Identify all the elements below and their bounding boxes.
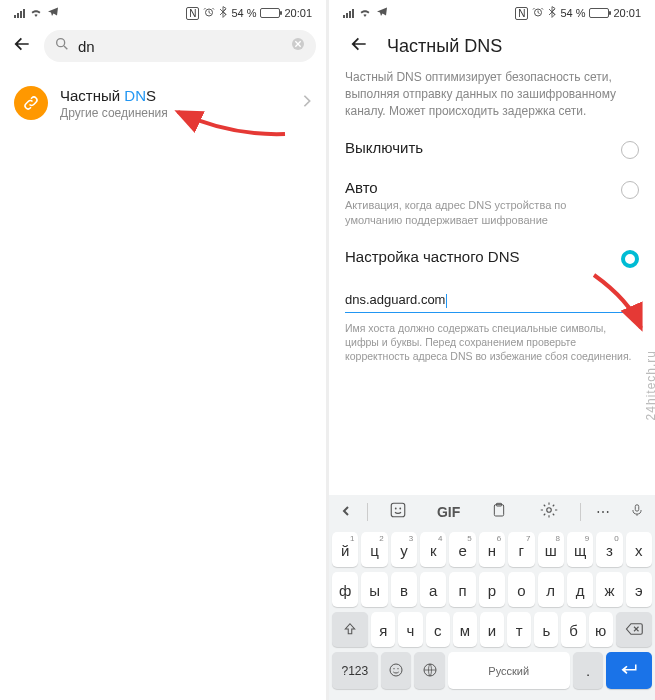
signal-icon: [343, 9, 354, 18]
svg-point-1: [57, 39, 65, 47]
back-button[interactable]: [345, 34, 373, 59]
search-value: dn: [78, 38, 282, 55]
page-title: Частный DNS: [387, 36, 502, 57]
signal-icon: [14, 9, 25, 18]
result-subtitle: Другие соединения: [60, 106, 290, 120]
alarm-icon: [203, 6, 215, 20]
letter-key[interactable]: а: [420, 572, 446, 607]
letter-key[interactable]: к4: [420, 532, 446, 567]
letter-key[interactable]: г7: [508, 532, 534, 567]
svg-point-11: [390, 664, 402, 676]
battery-percent: 54 %: [231, 7, 256, 19]
option-off[interactable]: Выключить: [329, 129, 655, 169]
svg-point-6: [400, 508, 402, 510]
letter-key[interactable]: у3: [391, 532, 417, 567]
search-input[interactable]: dn: [44, 30, 316, 62]
svg-point-12: [393, 668, 394, 669]
back-button[interactable]: [8, 34, 36, 59]
letter-key[interactable]: ф: [332, 572, 358, 607]
result-title: Частный DNS: [60, 87, 290, 104]
wifi-icon: [29, 7, 43, 19]
letter-key[interactable]: ж: [596, 572, 622, 607]
telegram-icon: [47, 6, 59, 20]
page-description: Частный DNS оптимизирует безопасность се…: [329, 65, 655, 129]
clock-time: 20:01: [284, 7, 312, 19]
bluetooth-icon: [548, 6, 556, 20]
svg-rect-4: [391, 503, 405, 517]
search-icon: [54, 36, 70, 56]
letter-key[interactable]: е5: [449, 532, 475, 567]
svg-rect-10: [635, 505, 639, 511]
letter-key[interactable]: н6: [479, 532, 505, 567]
letter-key[interactable]: в: [391, 572, 417, 607]
settings-icon[interactable]: [529, 501, 569, 522]
letter-key[interactable]: м: [453, 612, 477, 647]
nfc-icon: N: [515, 7, 528, 20]
letter-key[interactable]: б: [561, 612, 585, 647]
letter-key[interactable]: о: [508, 572, 534, 607]
keyboard: й1ц2у3к4е5н6г7ш8щ9з0х фывапролджэ ячсмит…: [329, 528, 655, 700]
option-auto[interactable]: Авто Активация, когда адрес DNS устройст…: [329, 169, 655, 238]
letter-key[interactable]: ц2: [361, 532, 387, 567]
watermark: 24hitech.ru: [644, 350, 655, 420]
nfc-icon: N: [186, 7, 199, 20]
bluetooth-icon: [219, 6, 227, 20]
letter-key[interactable]: я: [371, 612, 395, 647]
letter-key[interactable]: й1: [332, 532, 358, 567]
letter-key[interactable]: и: [480, 612, 504, 647]
dns-hostname-input[interactable]: dns.adguard.com: [345, 292, 639, 313]
status-bar: N 54 % 20:01: [329, 0, 655, 24]
letter-key[interactable]: т: [507, 612, 531, 647]
radio-icon: [621, 141, 639, 159]
letter-key[interactable]: д: [567, 572, 593, 607]
letter-key[interactable]: ь: [534, 612, 558, 647]
svg-point-5: [395, 508, 397, 510]
symbols-key[interactable]: ?123: [332, 652, 378, 689]
screenshot-private-dns: N 54 % 20:01 Частный DNS Частный DNS опт…: [326, 0, 655, 700]
dns-input-hint: Имя хоста должно содержать специальные с…: [329, 315, 655, 372]
status-bar: N 54 % 20:01: [0, 0, 326, 24]
screenshot-search: N 54 % 20:01 dn: [0, 0, 326, 700]
letter-key[interactable]: р: [479, 572, 505, 607]
sticker-icon[interactable]: [378, 501, 418, 522]
emoji-key[interactable]: [381, 652, 412, 689]
link-icon: [14, 86, 48, 120]
period-key[interactable]: .: [573, 652, 604, 689]
letter-key[interactable]: ч: [398, 612, 422, 647]
letter-key[interactable]: щ9: [567, 532, 593, 567]
search-result-item[interactable]: Частный DNS Другие соединения: [0, 74, 326, 132]
alarm-icon: [532, 6, 544, 20]
svg-point-13: [397, 668, 398, 669]
battery-percent: 54 %: [560, 7, 585, 19]
letter-key[interactable]: х: [626, 532, 652, 567]
expand-icon[interactable]: [335, 503, 357, 521]
letter-key[interactable]: ы: [361, 572, 387, 607]
letter-key[interactable]: э: [626, 572, 652, 607]
telegram-icon: [376, 6, 388, 20]
battery-icon: [589, 8, 609, 18]
clipboard-icon[interactable]: [479, 501, 519, 522]
letter-key[interactable]: с: [426, 612, 450, 647]
letter-key[interactable]: л: [538, 572, 564, 607]
radio-selected-icon: [621, 250, 639, 268]
letter-key[interactable]: ю: [589, 612, 613, 647]
svg-point-9: [547, 508, 552, 513]
chevron-right-icon: [302, 94, 312, 112]
battery-icon: [260, 8, 280, 18]
gif-button[interactable]: GIF: [428, 504, 468, 520]
language-key[interactable]: [414, 652, 445, 689]
more-icon[interactable]: ⋯: [591, 504, 615, 520]
option-custom[interactable]: Настройка частного DNS: [329, 238, 655, 278]
clock-time: 20:01: [613, 7, 641, 19]
clear-icon[interactable]: [290, 36, 306, 56]
backspace-key[interactable]: [616, 612, 652, 647]
mic-icon[interactable]: [625, 501, 649, 522]
enter-key[interactable]: [606, 652, 652, 689]
spacebar-key[interactable]: Русский: [448, 652, 570, 689]
letter-key[interactable]: ш8: [538, 532, 564, 567]
letter-key[interactable]: п: [449, 572, 475, 607]
radio-icon: [621, 181, 639, 199]
keyboard-toolbar: GIF ⋯: [329, 495, 655, 528]
shift-key[interactable]: [332, 612, 368, 647]
letter-key[interactable]: з0: [596, 532, 622, 567]
